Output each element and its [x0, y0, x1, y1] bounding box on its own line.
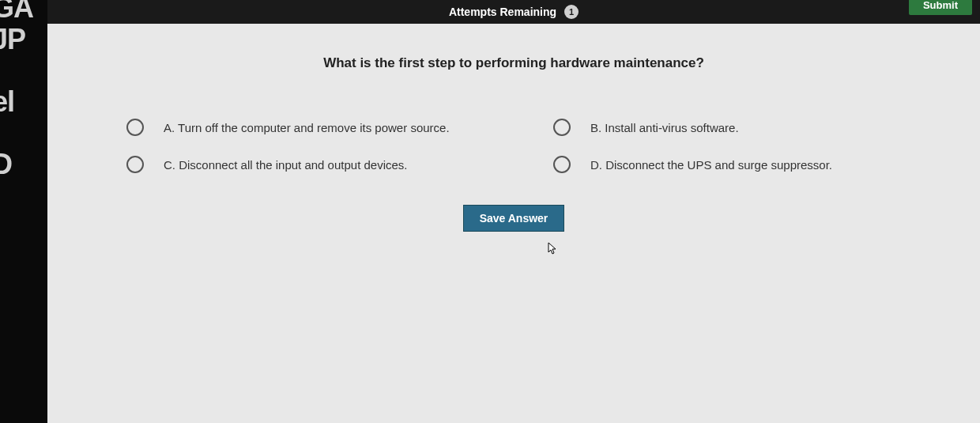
option-a: A. Turn off the computer and remove its …	[126, 119, 490, 136]
option-b-label[interactable]: B. Install anti-virus software.	[590, 121, 739, 134]
option-d: D. Disconnect the UPS and surge suppress…	[553, 156, 917, 173]
option-c: C. Disconnect all the input and output d…	[126, 156, 490, 173]
options-grid: A. Turn off the computer and remove its …	[126, 119, 917, 173]
top-bar: Attempts Remaining 1 Submit	[47, 0, 980, 24]
radio-d[interactable]	[553, 156, 571, 173]
option-c-label[interactable]: C. Disconnect all the input and output d…	[164, 158, 408, 172]
submit-button[interactable]: Submit	[909, 0, 972, 15]
attempts-count-badge: 1	[564, 5, 579, 19]
attempts-remaining-label: Attempts Remaining	[449, 6, 556, 18]
radio-a[interactable]	[126, 119, 144, 136]
sidebar: GA JP el D l	[0, 0, 47, 423]
save-answer-button[interactable]: Save Answer	[463, 205, 565, 232]
option-d-label[interactable]: D. Disconnect the UPS and surge suppress…	[590, 158, 832, 172]
radio-b[interactable]	[553, 119, 571, 136]
question-prompt: What is the first step to performing har…	[95, 55, 933, 71]
option-a-label[interactable]: A. Turn off the computer and remove its …	[164, 121, 450, 134]
cursor-icon	[545, 241, 558, 257]
sidebar-text: GA JP el D l	[0, 0, 33, 211]
radio-c[interactable]	[126, 156, 144, 173]
question-content: What is the first step to performing har…	[47, 24, 980, 423]
option-b: B. Install anti-virus software.	[553, 119, 917, 136]
